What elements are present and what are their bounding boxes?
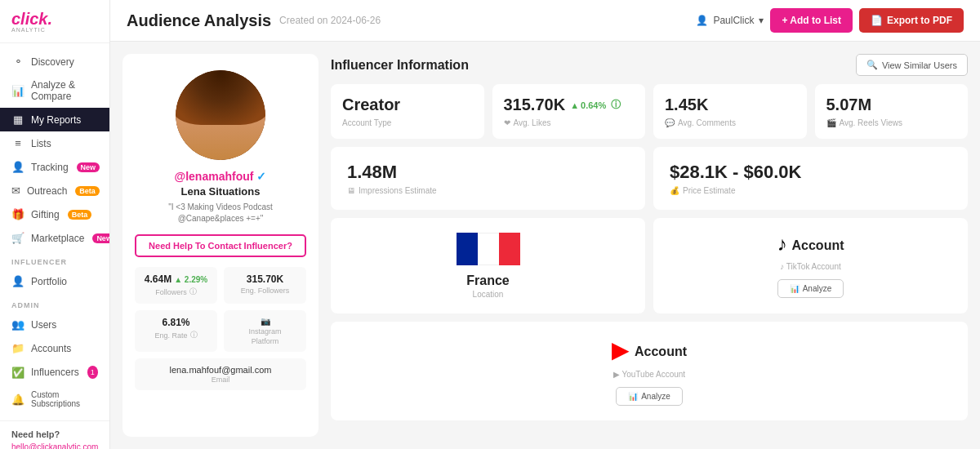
platform-stat: 📷 Instagram Platform [224,310,306,352]
influencer-info-title: Influencer Information [331,58,469,73]
sidebar-item-reports[interactable]: ▦ My Reports [0,108,109,131]
sidebar-item-tracking[interactable]: 👤 Tracking New [0,155,109,179]
sidebar-item-custom-subs[interactable]: 🔔 Custom Subscriptions [0,385,109,414]
email-value: lena.mahfouf@gmail.com [141,365,300,375]
sidebar-item-accounts[interactable]: 📁 Accounts [0,336,109,360]
yt-sub-icon: ▶ [613,370,620,379]
tiktok-icon: ♪ [777,233,787,256]
user-menu[interactable]: 👤 PaulClick ▾ [696,15,764,26]
new-badge: New [77,162,100,172]
profile-name: Lena Situations [181,185,261,198]
avatar [176,70,265,160]
profile-username: @lenamahfouf ✓ [175,170,267,183]
monitor-icon: 🖥 [347,186,355,195]
sidebar-item-label: Outreach [27,185,67,197]
view-similar-button[interactable]: 🔍 View Similar Users [856,54,968,76]
help-email[interactable]: hello@clickanalytic.com [11,442,98,449]
video-icon: 🎬 [826,118,836,127]
profile-card: @lenamahfouf ✓ Lena Situations "I <3 Mak… [122,54,318,437]
sidebar-item-discovery[interactable]: ⚬ Discovery [0,50,109,73]
price-card: $28.1K - $60.0K 💰 Price Estimate [653,147,968,210]
sidebar-item-label: Accounts [31,343,71,354]
email-label: Email [141,376,300,384]
chart-icon: 📊 [11,85,24,97]
heart-icon: ❤ [504,118,510,127]
sidebar-item-label: Gifting [31,209,60,220]
tiktok-account-row: ♪ Account [777,233,844,256]
sidebar-item-gifting[interactable]: 🎁 Gifting Beta [0,202,109,226]
verified-icon: ✓ [256,170,266,183]
eng-rate-stat: 6.81% Eng. Rate ⓘ [135,310,217,352]
info-cards-row: France Location ♪ Account ♪ TikTok Accou… [331,218,968,313]
gifting-icon: 🎁 [11,208,24,220]
youtube-icon: ▶ [612,336,630,363]
chevron-down-icon: ▾ [759,15,764,26]
outreach-icon: ✉ [11,184,20,197]
location-card: France Location [331,218,645,313]
search-icon: 🔍 [866,60,878,70]
sidebar-nav: ⚬ Discovery 📊 Analyze & Compare ▦ My Rep… [0,43,109,420]
impressions-value: 1.48M [347,162,629,183]
main-content: Audience Analysis Created on 2024-06-26 … [110,0,980,449]
flag-blue [457,233,478,265]
tiktok-account-card: ♪ Account ♪ TikTok Account 📊 Analyze [653,218,968,313]
sidebar-item-label: Marketplace [31,233,84,244]
sidebar-item-label: Users [31,319,56,331]
sidebar-item-label: Portfolio [31,276,67,287]
users-icon: 👥 [11,318,24,331]
marketplace-icon: 🛒 [11,232,24,244]
custom-subs-icon: 🔔 [11,393,24,406]
price-value: $28.1K - $60.0K [670,162,951,183]
contact-influencer-button[interactable]: Need Help To Contact Influencer? [135,234,306,257]
logo-text: click. [11,10,98,29]
comment-icon: 💬 [665,118,675,127]
sidebar-item-influencers[interactable]: ✅ Influencers 1 [0,360,109,385]
accounts-icon: 📁 [11,342,24,354]
sidebar-item-users[interactable]: 👥 Users [0,313,109,336]
admin-section-label: ADMIN [0,293,109,313]
sidebar-item-label: Discovery [31,56,74,68]
avg-comments-card: 1.45K 💬 Avg. Comments [653,84,807,139]
discovery-icon: ⚬ [11,56,24,68]
page-header: Audience Analysis Created on 2024-06-26 [127,11,381,30]
page-subtitle: Created on 2024-06-26 [279,15,381,26]
flag-red [499,233,520,265]
add-to-list-button[interactable]: + Add to List [770,8,853,33]
sidebar-item-analyze[interactable]: 📊 Analyze & Compare [0,73,109,108]
sidebar-item-label: Tracking [31,162,69,173]
sidebar: click. analytic ⚬ Discovery 📊 Analyze & … [0,0,110,449]
export-pdf-button[interactable]: 📄 Export to PDF [859,8,964,33]
tracking-icon: 👤 [11,161,24,173]
page-title: Audience Analysis [127,11,271,30]
need-help-text: Need help? [11,429,98,439]
influencers-icon: ✅ [11,367,24,379]
avg-reels-card: 5.07M 🎬 Avg. Reels Views [815,84,969,139]
pdf-icon: 📄 [871,15,883,26]
youtube-analyze-button[interactable]: 📊 Analyze [616,387,683,406]
sidebar-item-marketplace[interactable]: 🛒 Marketplace New [0,226,109,250]
sidebar-item-label: Lists [31,138,51,149]
account-type-card: Creator Account Type [331,84,484,139]
impressions-card: 1.48M 🖥 Impressions Estimate [331,147,645,210]
tiktok-analyze-button[interactable]: 📊 Analyze [777,279,844,298]
beta-badge-gift: Beta [68,210,92,220]
reports-icon: ▦ [11,113,24,126]
lists-icon: ≡ [11,137,24,149]
beta-badge: Beta [75,186,100,196]
profile-bio: "I <3 Making Videos Podcast @Canape&plac… [135,202,306,224]
topbar: Audience Analysis Created on 2024-06-26 … [110,0,980,42]
tiktok-sub-icon: ♪ [780,262,784,271]
influencer-count-badge: 1 [87,366,98,379]
eng-followers-stat: 315.70K Eng. Followers [224,267,306,304]
tiktok-account-title: Account [792,238,844,253]
youtube-account-sub: ▶ YouTube Account [613,370,685,379]
new-badge-market: New [92,233,110,243]
user-icon: 👤 [696,15,708,26]
sidebar-item-portfolio[interactable]: 👤 Portfolio [0,269,109,293]
wide-metrics-row: 1.48M 🖥 Impressions Estimate $28.1K - $6… [331,147,968,210]
yt-analyze-icon: 📊 [628,392,638,401]
sidebar-item-label: My Reports [31,114,81,126]
sidebar-item-outreach[interactable]: ✉ Outreach Beta [0,179,109,202]
logo-sub: analytic [11,27,98,33]
sidebar-item-lists[interactable]: ≡ Lists [0,131,109,155]
